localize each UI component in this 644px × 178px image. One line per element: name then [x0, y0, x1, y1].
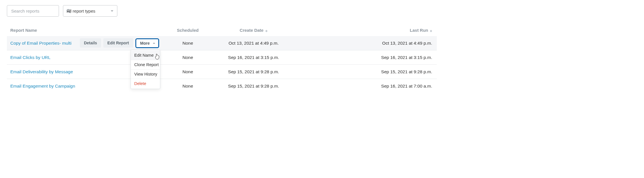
- col-header-lastrun[interactable]: Last Run◆: [297, 28, 433, 33]
- col-header-scheduled[interactable]: Scheduled: [165, 28, 211, 33]
- cell-created: Oct 13, 2021 at 4:49 p.m.: [211, 41, 297, 46]
- cell-last-run: Oct 13, 2021 at 4:49 p.m.: [297, 41, 433, 46]
- menu-item-clone[interactable]: Clone Report: [131, 60, 160, 70]
- col-header-created[interactable]: Create Date◆: [211, 28, 297, 33]
- search-input[interactable]: [11, 8, 66, 14]
- report-name-link[interactable]: Email Clicks by URL: [10, 55, 50, 60]
- more-button[interactable]: More: [135, 38, 159, 48]
- cell-scheduled: None: [165, 55, 211, 60]
- cell-scheduled: None: [165, 41, 211, 46]
- table-row: Email Engagement by Campaign None Sep 15…: [7, 79, 437, 93]
- report-name-link[interactable]: Email Deliverability by Message: [10, 69, 73, 74]
- menu-item-history[interactable]: View History: [131, 70, 160, 79]
- table-header: Report Name Scheduled Create Date◆ Last …: [7, 24, 437, 36]
- cell-created: Sep 15, 2021 at 9:28 p.m.: [211, 84, 297, 89]
- row-actions: Details Edit Report More Edit Name Clone…: [80, 38, 159, 48]
- cell-last-run: Sep 16, 2021 at 3:15 p.m.: [297, 55, 433, 60]
- menu-item-edit-name[interactable]: Edit Name: [131, 51, 160, 60]
- more-button-label: More: [140, 41, 150, 46]
- chevron-down-icon: [110, 9, 114, 13]
- report-name-link[interactable]: Email Engagement by Campaign: [10, 84, 75, 89]
- report-name-link[interactable]: Copy of Email Properties- multi: [10, 41, 72, 46]
- col-header-name[interactable]: Report Name: [10, 28, 165, 33]
- table-row: Email Deliverability by Message None Sep…: [7, 65, 437, 79]
- chevron-up-icon: [153, 42, 155, 45]
- sort-diamond-icon: ◆: [430, 29, 432, 32]
- table-row: Email Clicks by URL None Sep 16, 2021 at…: [7, 50, 437, 65]
- filter-bar: All report types: [7, 5, 437, 17]
- more-dropdown-menu: Edit Name Clone Report View History Dele…: [131, 50, 160, 89]
- edit-report-button[interactable]: Edit Report: [103, 38, 133, 48]
- details-button[interactable]: Details: [80, 38, 101, 48]
- cell-scheduled: None: [165, 69, 211, 74]
- reports-table: Report Name Scheduled Create Date◆ Last …: [7, 24, 437, 93]
- table-row: Copy of Email Properties- multi Details …: [7, 36, 437, 50]
- report-type-dropdown[interactable]: All report types: [63, 5, 117, 17]
- cell-last-run: Sep 16, 2021 at 7:00 a.m.: [297, 84, 433, 89]
- cell-last-run: Sep 15, 2021 at 9:28 p.m.: [297, 69, 433, 74]
- cell-created: Sep 16, 2021 at 3:15 p.m.: [211, 55, 297, 60]
- cell-created: Sep 15, 2021 at 9:28 p.m.: [211, 69, 297, 74]
- menu-item-delete[interactable]: Delete: [131, 79, 160, 88]
- search-input-wrapper: [7, 5, 59, 17]
- sort-diamond-icon: ◆: [265, 29, 268, 32]
- cell-scheduled: None: [165, 84, 211, 89]
- report-type-label: All report types: [67, 9, 95, 13]
